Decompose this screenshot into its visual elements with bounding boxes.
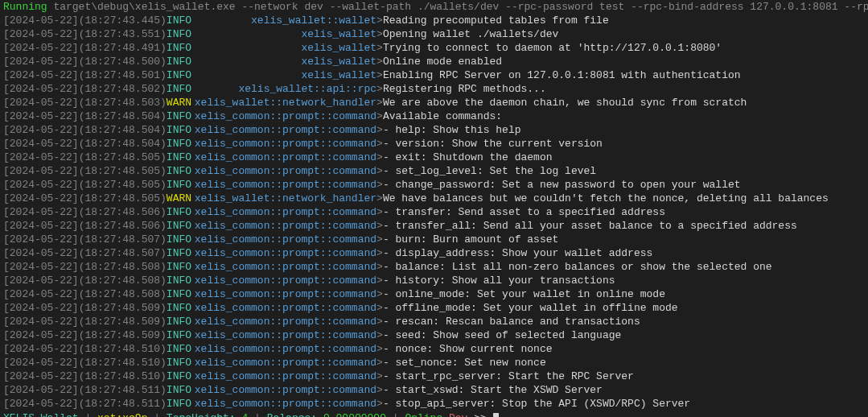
log-message: Enabling RPC Server on 127.0.0.1:8081 wi… — [383, 68, 741, 82]
log-date: [2024-05-22] — [3, 164, 79, 178]
log-level: INFO — [167, 383, 191, 397]
log-date: [2024-05-22] — [3, 233, 79, 246]
log-line: [2024-05-22] (18:27:48.506) INFO xelis_c… — [3, 205, 865, 219]
arrow-icon: > — [376, 27, 383, 41]
log-date: [2024-05-22] — [3, 41, 79, 55]
log-line: [2024-05-22] (18:27:48.504) INFO xelis_c… — [3, 123, 865, 137]
log-message: We have balances but we couldn't fetch t… — [383, 192, 829, 205]
log-line: [2024-05-22] (18:27:48.500) INFO xelis_w… — [3, 55, 865, 68]
online-status: Online — [405, 412, 442, 417]
log-line: [2024-05-22] (18:27:43.551) INFO xelis_w… — [3, 27, 865, 41]
log-time: (18:27:48.507) — [79, 233, 167, 246]
log-level: INFO — [167, 246, 191, 260]
status-bar: XELIS Wallet | xet:xc9n | TopoHeight: 4 … — [3, 411, 865, 417]
log-line: [2024-05-22] (18:27:48.502) INFO xelis_w… — [3, 82, 865, 96]
log-date: [2024-05-22] — [3, 178, 79, 192]
log-time: (18:27:48.507) — [79, 246, 167, 260]
log-line: [2024-05-22] (18:27:48.504) INFO xelis_c… — [3, 109, 865, 123]
log-level: INFO — [167, 164, 191, 178]
log-time: (18:27:48.504) — [79, 109, 167, 123]
log-message: - start_xswd: Start the XSWD Server — [383, 383, 603, 397]
log-time: (18:27:48.505) — [79, 151, 167, 164]
arrow-icon: > — [376, 192, 383, 205]
arrow-icon: > — [376, 14, 383, 27]
log-line: [2024-05-22] (18:27:48.507) INFO xelis_c… — [3, 246, 865, 260]
arrow-icon: > — [376, 55, 383, 68]
log-module: xelis_common::prompt::command — [191, 178, 376, 192]
log-date: [2024-05-22] — [3, 123, 79, 137]
log-line: [2024-05-22] (18:27:48.501) INFO xelis_w… — [3, 68, 865, 82]
log-module: xelis_wallet::network_handler — [191, 192, 376, 205]
log-date: [2024-05-22] — [3, 55, 79, 68]
arrow-icon: > — [376, 356, 383, 370]
log-time: (18:27:43.551) — [79, 27, 167, 41]
log-date: [2024-05-22] — [3, 82, 79, 96]
log-message: - set_nonce: Set new nonce — [383, 356, 546, 370]
log-module: xelis_common::prompt::command — [191, 370, 376, 383]
log-message: - balance: List all non-zero balances or… — [383, 260, 772, 274]
log-level: INFO — [167, 178, 191, 192]
log-module: xelis_common::prompt::command — [191, 219, 376, 233]
log-time: (18:27:48.504) — [79, 137, 167, 151]
log-line: [2024-05-22] (18:27:48.508) INFO xelis_c… — [3, 287, 865, 301]
log-level: INFO — [167, 151, 191, 164]
log-line: [2024-05-22] (18:27:48.503) WARN xelis_w… — [3, 96, 865, 109]
log-level: INFO — [167, 137, 191, 151]
log-message: - version: Show the current version — [383, 137, 603, 151]
arrow-icon: > — [376, 274, 383, 287]
log-message: - transfer: Send asset to a specified ad… — [383, 205, 665, 219]
log-line: [2024-05-22] (18:27:48.511) INFO xelis_c… — [3, 397, 865, 411]
log-line: [2024-05-22] (18:27:48.506) INFO xelis_c… — [3, 219, 865, 233]
log-level: INFO — [167, 233, 191, 246]
log-module: xelis_common::prompt::command — [191, 315, 376, 328]
log-message: - display_address: Show your wallet addr… — [383, 246, 652, 260]
log-date: [2024-05-22] — [3, 151, 79, 164]
log-date: [2024-05-22] — [3, 342, 79, 356]
log-message: - nonce: Show current nonce — [383, 342, 553, 356]
log-module: xelis_wallet::network_handler — [191, 96, 376, 109]
cursor-icon[interactable] — [493, 413, 499, 417]
arrow-icon: > — [376, 137, 383, 151]
network-mode: Dev — [449, 412, 467, 417]
log-line: [2024-05-22] (18:27:48.509) INFO xelis_c… — [3, 301, 865, 315]
log-time: (18:27:48.502) — [79, 82, 167, 96]
log-date: [2024-05-22] — [3, 356, 79, 370]
log-date: [2024-05-22] — [3, 370, 79, 383]
log-level: INFO — [167, 397, 191, 411]
wallet-address: xet:xc9n — [97, 412, 147, 417]
log-lines-container: [2024-05-22] (18:27:43.445) INFO xelis_w… — [3, 14, 865, 411]
log-level: INFO — [167, 14, 191, 27]
log-line: [2024-05-22] (18:27:48.508) INFO xelis_c… — [3, 260, 865, 274]
log-message: - change_password: Set a new password to… — [383, 178, 741, 192]
log-module: xelis_common::prompt::command — [191, 109, 376, 123]
log-line: [2024-05-22] (18:27:48.507) INFO xelis_c… — [3, 233, 865, 246]
log-date: [2024-05-22] — [3, 68, 79, 82]
topoheight-label: TopoHeight: — [167, 412, 236, 417]
separator: | — [248, 412, 266, 417]
log-module: xelis_wallet::api::rpc — [191, 82, 376, 96]
log-time: (18:27:48.506) — [79, 219, 167, 233]
log-date: [2024-05-22] — [3, 137, 79, 151]
log-module: xelis_common::prompt::command — [191, 137, 376, 151]
log-time: (18:27:48.506) — [79, 205, 167, 219]
log-line: [2024-05-22] (18:27:48.505) INFO xelis_c… — [3, 164, 865, 178]
log-line: [2024-05-22] (18:27:48.509) INFO xelis_c… — [3, 328, 865, 342]
arrow-icon: > — [376, 233, 383, 246]
log-date: [2024-05-22] — [3, 287, 79, 301]
log-line: [2024-05-22] (18:27:43.445) INFO xelis_w… — [3, 14, 865, 27]
log-time: (18:27:48.509) — [79, 315, 167, 328]
arrow-icon: > — [376, 301, 383, 315]
log-message: - seed: Show seed of selected language — [383, 328, 621, 342]
log-time: (18:27:48.511) — [79, 383, 167, 397]
arrow-icon: > — [376, 151, 383, 164]
log-module: xelis_common::prompt::command — [191, 233, 376, 246]
log-module: xelis_common::prompt::command — [191, 383, 376, 397]
balance-label: Balance: — [267, 412, 317, 417]
log-time: (18:27:48.491) — [79, 41, 167, 55]
log-date: [2024-05-22] — [3, 301, 79, 315]
log-message: - offline_mode: Set your wallet in offli… — [383, 301, 678, 315]
log-message: - transfer_all: Send all your asset bala… — [383, 219, 797, 233]
terminal-output[interactable]: Running target\debug\xelis_wallet.exe --… — [0, 0, 868, 417]
log-date: [2024-05-22] — [3, 14, 79, 27]
balance-value: 0.00000000 — [323, 412, 386, 417]
